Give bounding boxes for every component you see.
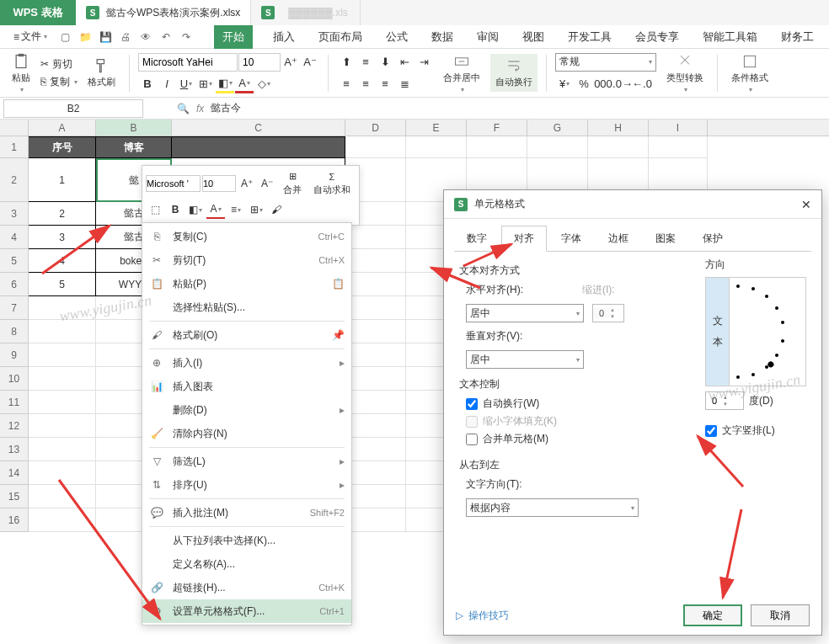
redo-icon[interactable]: ↷ [177, 28, 195, 46]
merge-center-button[interactable]: 合并居中▾ [438, 50, 485, 97]
context-menu-item[interactable]: 从下拉列表中选择(K)... [142, 529, 351, 552]
cell[interactable] [588, 136, 649, 158]
fill-color-button[interactable]: ◧▾ [186, 200, 205, 219]
mini-size-select[interactable] [202, 175, 236, 192]
row-header-12[interactable]: 12 [0, 414, 29, 438]
new-icon[interactable]: ▢ [56, 28, 74, 46]
cell[interactable] [345, 391, 406, 414]
font-color-button[interactable]: A▾ [206, 200, 225, 219]
cell[interactable] [345, 136, 406, 158]
row-header-4[interactable]: 4 [0, 226, 29, 249]
context-menu-item[interactable]: ▽筛选(L)▸ [142, 450, 351, 473]
cell[interactable] [345, 320, 406, 343]
vertical-text-checkbox[interactable]: 文字竖排(L) [705, 423, 806, 438]
paste-button[interactable]: 粘贴▾ [7, 50, 35, 97]
align-center-button[interactable]: ≡ [356, 75, 375, 93]
column-header-H[interactable]: H [588, 120, 649, 136]
row-header-7[interactable]: 7 [0, 296, 29, 320]
percent-button[interactable]: % [575, 75, 593, 93]
cell[interactable]: 2 [29, 202, 96, 226]
cell[interactable] [345, 367, 406, 391]
document-tab-1[interactable]: S 懿古今WPS表格演示案例.xlsx [76, 0, 251, 25]
preview-icon[interactable]: 👁 [136, 28, 155, 46]
cell[interactable] [345, 273, 406, 296]
cell[interactable] [649, 136, 708, 158]
ribbon-tab-视图[interactable]: 视图 [519, 25, 548, 49]
ribbon-tab-会员专享[interactable]: 会员专享 [632, 25, 682, 49]
dialog-tab-字体[interactable]: 字体 [548, 226, 594, 252]
valign-select[interactable]: 居中▾ [466, 350, 584, 369]
cell[interactable] [29, 367, 96, 391]
decrease-font-button[interactable]: A⁻ [301, 53, 319, 72]
fx-icon[interactable]: fx [196, 103, 204, 114]
open-icon[interactable]: 📁 [76, 28, 94, 46]
conditional-format-button[interactable]: 条件格式▾ [726, 50, 773, 97]
close-button[interactable]: ✕ [801, 198, 811, 211]
indent-left-button[interactable]: ⇤ [395, 53, 414, 72]
merge-button[interactable]: ⊞合并 [278, 169, 307, 198]
increase-font-button[interactable]: A⁺ [238, 174, 256, 193]
column-header-G[interactable]: G [527, 120, 588, 136]
save-icon[interactable]: 💾 [96, 28, 115, 46]
cell[interactable] [406, 136, 467, 158]
cell[interactable]: 序号 [29, 136, 96, 158]
cell[interactable]: 3 [29, 226, 96, 249]
format-brush-button[interactable]: 🖌 [267, 200, 286, 219]
align-top-button[interactable]: ⬆ [337, 53, 356, 72]
context-menu-item[interactable]: 删除(D)▸ [142, 398, 351, 422]
font-color-button[interactable]: A▾ [235, 75, 254, 93]
cell[interactable] [345, 461, 406, 485]
align-bottom-button[interactable]: ⬇ [376, 53, 394, 72]
distribute-button[interactable]: ≣ [395, 75, 414, 93]
ribbon-tab-插入[interactable]: 插入 [270, 25, 298, 49]
ribbon-tab-页面布局[interactable]: 页面布局 [315, 25, 366, 49]
vertical-text-preview[interactable]: 文本 [706, 278, 730, 386]
bold-button[interactable]: B [138, 75, 157, 93]
number-format-select[interactable]: 常规▾ [555, 53, 656, 72]
increase-font-button[interactable]: A⁺ [281, 53, 300, 72]
align-left-button[interactable]: ≡ [337, 75, 356, 93]
context-menu-item[interactable]: ✂剪切(T)Ctrl+X [142, 248, 351, 272]
document-tab-2[interactable]: S ▓▓▓▓▓▓.xls [251, 0, 361, 25]
orientation-dial[interactable] [730, 278, 805, 386]
text-direction-select[interactable]: 根据内容▾ [466, 498, 639, 517]
ribbon-tab-财务工[interactable]: 财务工 [778, 25, 817, 49]
search-icon[interactable]: 🔍 [177, 103, 190, 114]
row-header-1[interactable]: 1 [0, 136, 29, 158]
cell[interactable] [345, 296, 406, 320]
align-button[interactable]: ≡▾ [227, 200, 245, 219]
file-menu[interactable]: ≡文件▾ [7, 26, 54, 47]
cell[interactable] [29, 296, 96, 320]
tips-link[interactable]: ▷ 操作技巧 [456, 609, 509, 623]
clear-format-button[interactable]: ◇▾ [254, 75, 273, 93]
increase-decimal-button[interactable]: .0→ [613, 75, 632, 93]
degree-spinner[interactable]: ▲▼ [705, 391, 744, 410]
align-middle-button[interactable]: ≡ [356, 53, 375, 72]
cell[interactable] [345, 438, 406, 461]
cell[interactable] [29, 343, 96, 367]
context-menu-item[interactable]: 💬插入批注(M)Shift+F2 [142, 501, 351, 524]
column-header-B[interactable]: B [96, 120, 172, 136]
ok-button[interactable]: 确定 [683, 604, 742, 626]
cell[interactable] [345, 226, 406, 249]
select-all-corner[interactable] [0, 120, 29, 136]
dialog-tab-数字[interactable]: 数字 [454, 226, 500, 252]
dialog-tab-图案[interactable]: 图案 [643, 226, 688, 252]
font-select[interactable] [138, 53, 238, 72]
cell[interactable] [29, 485, 96, 508]
context-menu-item[interactable]: 定义名称(A)... [142, 552, 351, 576]
column-header-E[interactable]: E [406, 120, 467, 136]
dialog-tab-保护[interactable]: 保护 [690, 226, 735, 252]
undo-icon[interactable]: ↶ [157, 28, 175, 46]
halign-select[interactable]: 居中▾ [466, 304, 584, 322]
dialog-tab-对齐[interactable]: 对齐 [501, 226, 547, 252]
copy-button[interactable]: ⎘ 复制▾ [40, 75, 78, 89]
underline-button[interactable]: U▾ [177, 75, 195, 93]
border-button[interactable]: ⊞▾ [196, 75, 215, 93]
autosum-button[interactable]: Σ自动求和 [308, 170, 356, 198]
cell[interactable] [29, 508, 96, 532]
formula-value[interactable]: 懿古今 [211, 101, 241, 115]
ribbon-tab-数据[interactable]: 数据 [428, 25, 457, 49]
column-header-C[interactable]: C [172, 120, 345, 136]
border-button[interactable]: ⊞▾ [247, 200, 265, 219]
